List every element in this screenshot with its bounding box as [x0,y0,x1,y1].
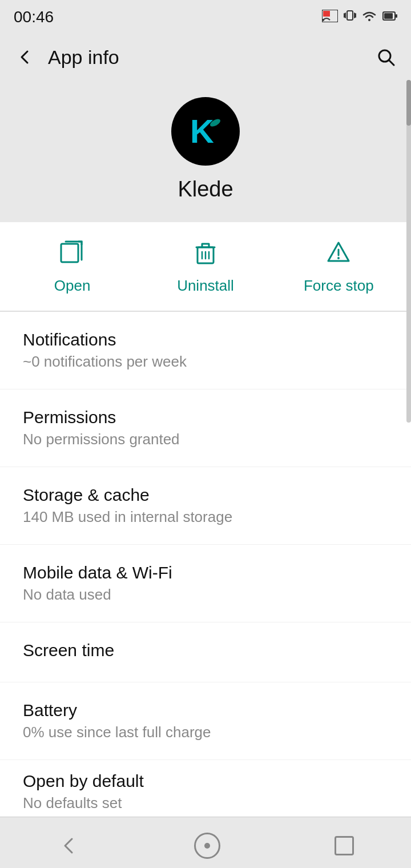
nav-back-button[interactable] [57,834,80,857]
scrollbar-thumb[interactable] [406,80,411,126]
mobile-data-title: Mobile data & Wi-Fi [23,563,388,582]
svg-rect-1 [323,11,330,17]
top-bar-left: App info [11,43,119,71]
svg-rect-10 [384,13,393,19]
top-bar: App info [0,34,411,80]
mobile-data-item[interactable]: Mobile data & Wi-Fi No data used [0,545,411,622]
force-stop-label: Force stop [304,277,374,295]
open-label: Open [54,277,91,295]
storage-subtitle: 140 MB used in internal storage [23,508,388,526]
battery-subtitle: 0% use since last full charge [23,724,388,741]
home-circle-icon [194,833,220,859]
open-action[interactable]: Open [27,238,118,295]
nav-home-button[interactable] [194,833,220,859]
bottom-nav [0,817,411,868]
screen-time-title: Screen time [23,641,388,660]
status-icons [322,9,397,25]
svg-line-13 [389,60,394,65]
notifications-item[interactable]: Notifications ~0 notifications per week [0,312,411,389]
recent-square-icon [335,836,354,855]
uninstall-icon [191,238,220,270]
svg-rect-3 [347,11,353,20]
force-stop-action[interactable]: Force stop [293,238,384,295]
mobile-data-subtitle: No data used [23,586,388,604]
permissions-item[interactable]: Permissions No permissions granted [0,389,411,467]
uninstall-action[interactable]: Uninstall [160,238,251,295]
back-button[interactable] [11,43,39,71]
scrollbar[interactable] [406,80,411,423]
cast-icon [322,10,338,25]
open-by-default-subtitle: No defaults set [23,794,388,812]
svg-rect-17 [61,244,78,262]
wifi-icon [362,10,377,25]
status-bar: 00:46 [0,0,411,34]
notifications-title: Notifications [23,330,388,349]
status-time: 00:46 [14,8,54,26]
battery-item[interactable]: Battery 0% use since last full charge [0,682,411,760]
notifications-subtitle: ~0 notifications per week [23,353,388,371]
storage-title: Storage & cache [23,485,388,505]
open-icon [58,238,87,270]
app-icon: K [171,97,240,166]
battery-title: Battery [23,701,388,720]
page-title: App info [48,46,119,69]
permissions-subtitle: No permissions granted [23,431,388,448]
svg-point-23 [337,257,340,259]
nav-recent-button[interactable] [335,836,354,855]
screen-time-item[interactable]: Screen time [0,622,411,682]
action-bar: Open Uninstall Force stop [0,222,411,311]
vibrate-icon [344,9,356,25]
svg-point-2 [322,19,324,21]
app-header: K Klede [0,80,411,222]
permissions-title: Permissions [23,408,388,427]
svg-point-8 [368,19,370,21]
force-stop-icon [324,238,353,270]
app-name: Klede [178,177,233,202]
open-by-default-title: Open by default [23,771,388,791]
search-button[interactable] [372,43,400,71]
storage-item[interactable]: Storage & cache 140 MB used in internal … [0,467,411,545]
settings-list: Notifications ~0 notifications per week … [0,312,411,760]
svg-text:K: K [190,112,214,150]
battery-icon [382,10,397,25]
open-by-default-item[interactable]: Open by default No defaults set [0,760,411,817]
uninstall-label: Uninstall [177,277,234,295]
svg-rect-11 [396,14,397,18]
